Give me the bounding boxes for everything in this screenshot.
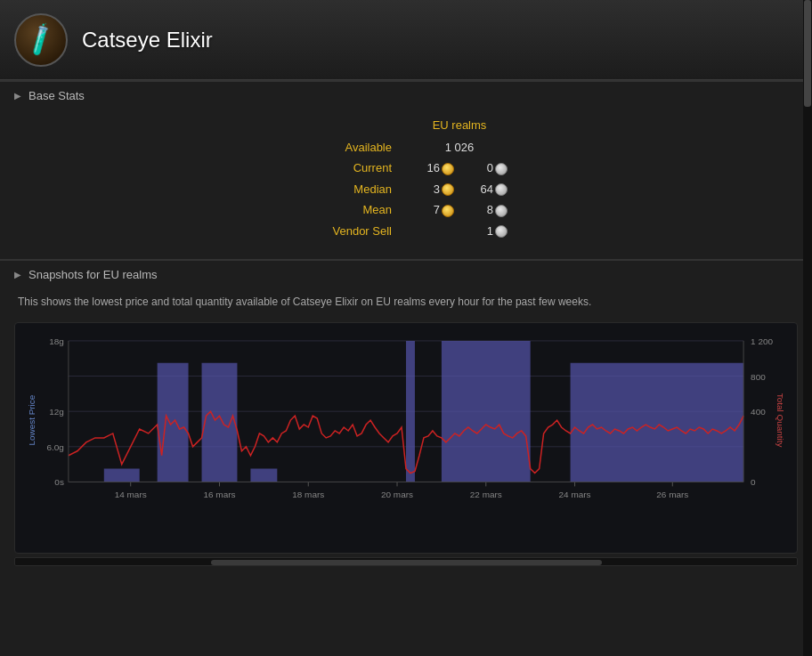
price-chart: 18g 12g 6.0g 0s 1 200 800 400 0 Lowest P… [24,332,788,526]
stat-label-vendor-sell: Vendor Sell [299,221,406,242]
stat-label-available: Available [299,137,406,158]
gold-coin-icon [442,205,454,217]
table-row: Median 3 64 [299,179,513,200]
svg-marker-15 [69,341,743,482]
svg-text:400: 400 [751,407,766,417]
scrollbar-thumb[interactable] [211,560,602,565]
table-row: Current 16 0 [299,158,513,179]
svg-text:1 200: 1 200 [751,336,773,346]
stat-value-median-gold: 3 [406,179,459,200]
svg-text:Total Quantity: Total Quantity [775,393,785,448]
svg-text:6.0g: 6.0g [46,442,63,452]
stat-value-mean-silver: 8 [459,199,513,221]
svg-text:22 mars: 22 mars [470,490,502,500]
table-row: Vendor Sell 1 [299,221,513,242]
silver-coin-icon [495,225,508,238]
svg-text:16 mars: 16 mars [203,490,235,500]
region-label: EU realms [406,118,513,137]
silver-coin-icon [495,183,508,196]
base-stats-label: Base Stats [28,89,85,102]
svg-text:0: 0 [751,478,756,488]
main-container: 🧪 Catseye Elixir ▶ Base Stats EU realms … [0,0,812,656]
svg-text:18g: 18g [49,336,64,346]
stat-label-mean: Mean [299,199,406,221]
stat-label-current: Current [299,158,406,179]
gold-coin-icon [442,163,454,175]
stat-value-available: 1 026 [406,137,513,158]
silver-coin-icon [495,163,508,175]
stat-value-current-silver: 0 [459,158,513,179]
stat-value-median-silver: 64 [459,179,513,200]
stat-value-vendor-sell: 1 [406,221,513,242]
svg-text:14 mars: 14 mars [115,490,147,500]
chart-container: 18g 12g 6.0g 0s 1 200 800 400 0 Lowest P… [14,322,798,554]
svg-text:18 mars: 18 mars [292,490,324,500]
item-icon-glyph: 🧪 [21,20,60,59]
stat-value-mean-gold: 7 [406,199,459,221]
svg-text:800: 800 [751,372,766,382]
gold-coin-icon [442,183,454,196]
svg-text:20 mars: 20 mars [381,490,413,500]
silver-coin-icon [495,205,508,217]
svg-text:0s: 0s [54,478,64,488]
snapshots-section-header: ▶ Snapshots for EU realms [0,260,812,288]
svg-text:12g: 12g [49,407,64,417]
svg-text:24 mars: 24 mars [559,490,591,500]
snapshots-section: This shows the lowest price and total qu… [0,288,812,584]
stat-label-median: Median [299,179,406,200]
chart-scrollbar-area[interactable] [14,557,798,566]
base-stats-section-header: ▶ Base Stats [0,81,812,109]
right-scrollbar[interactable] [803,0,812,656]
stat-value-current-gold: 16 [406,158,459,179]
stats-section: EU realms Available 1 026 Current 16 0 [0,109,812,259]
snapshots-arrow-icon: ▶ [14,270,21,279]
table-row: Mean 7 8 [299,199,513,221]
svg-text:Lowest Price: Lowest Price [27,395,37,446]
snapshots-label: Snapshots for EU realms [28,268,158,281]
item-title: Catseye Elixir [82,28,213,53]
item-icon: 🧪 [14,13,68,67]
table-row: Available 1 026 [299,137,513,158]
stats-table: EU realms Available 1 026 Current 16 0 [299,118,513,241]
item-header: 🧪 Catseye Elixir [0,0,812,80]
section-arrow-icon: ▶ [14,91,21,101]
right-scrollbar-thumb[interactable] [804,0,811,107]
svg-text:26 mars: 26 mars [656,490,688,500]
snapshots-description: This shows the lowest price and total qu… [14,288,798,319]
